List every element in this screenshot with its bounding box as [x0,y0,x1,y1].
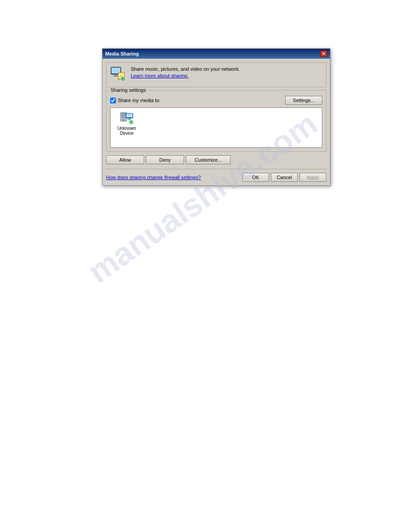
settings-button[interactable]: Settings... [285,96,322,105]
title-bar: Media Sharing ✕ [103,49,330,59]
device-label: Unknown [117,126,136,131]
media-sharing-dialog: Media Sharing ✕ ♪ [102,48,330,186]
device-icon-wrapper: ✓ [120,111,134,125]
media-sharing-icon-area: ♪ ✓ [110,66,126,83]
deny-button[interactable]: Deny [146,155,184,164]
media-sharing-icon: ♪ ✓ [110,66,126,82]
close-button[interactable]: ✕ [320,51,327,57]
firewall-link[interactable]: How does sharing change firewall setting… [106,175,201,180]
device-icon: ✓ [120,111,134,125]
svg-rect-12 [122,117,125,118]
description-area: Share music, pictures, and video on your… [131,66,240,78]
svg-rect-2 [115,74,117,76]
svg-rect-15 [128,118,130,119]
svg-rect-14 [126,114,133,117]
bottom-buttons: OK Cancel Apply [242,173,326,182]
devices-list: ✓ Unknown Device [110,107,322,148]
bottom-row: How does sharing change firewall setting… [106,173,326,182]
svg-rect-16 [128,119,131,120]
share-my-media-row: Share my media to: Settings... [110,96,322,105]
apply-button[interactable]: Apply [300,173,326,182]
svg-point-11 [123,120,124,121]
top-section: ♪ ✓ Share music, pictures, and video on … [106,62,326,87]
dialog-body: ♪ ✓ Share music, pictures, and video on … [103,59,330,185]
dialog-title: Media Sharing [105,51,139,56]
svg-rect-10 [121,113,126,116]
share-my-media-text: Share my media to: [118,98,160,103]
separator [106,169,326,169]
action-buttons: Allow Deny Customize... [106,155,326,164]
sharing-settings-legend: Sharing settings [109,87,147,93]
share-my-media-checkbox[interactable] [110,98,116,103]
title-bar-controls: ✕ [320,51,327,57]
svg-text:✓: ✓ [122,77,125,81]
ok-button[interactable]: OK [242,173,269,182]
unknown-device-item[interactable]: ✓ Unknown Device [113,111,140,136]
svg-text:✓: ✓ [130,121,133,124]
device-label-2: Device [120,131,134,136]
learn-more-link[interactable]: Learn more about sharing. [131,73,240,78]
svg-rect-3 [113,76,119,77]
share-my-media-label[interactable]: Share my media to: [110,98,160,103]
description-text: Share music, pictures, and video on your… [131,66,240,72]
allow-button[interactable]: Allow [106,155,144,164]
customize-button[interactable]: Customize... [186,155,231,164]
sharing-settings-group: Sharing settings Share my media to: Sett… [106,90,326,152]
cancel-button[interactable]: Cancel [271,173,298,182]
